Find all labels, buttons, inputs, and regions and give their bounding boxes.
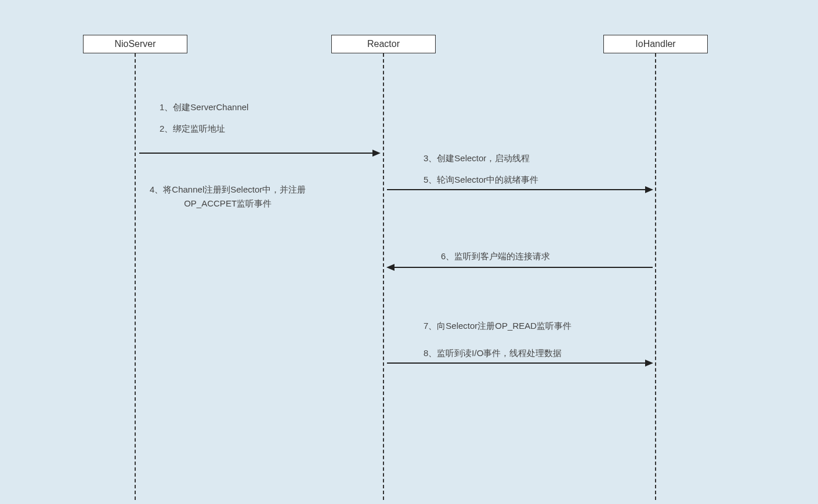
message-1-label: 1、创建ServerChannel bbox=[160, 100, 248, 114]
participant-nioserver: NioServer bbox=[83, 35, 187, 53]
message-2-label: 2、绑定监听地址 bbox=[160, 122, 225, 136]
arrow-1 bbox=[139, 153, 374, 154]
message-4-label: 4、将Channel注册到Selector中，并注册 OP_ACCPET监听事件 bbox=[150, 183, 306, 211]
message-6-label: 6、监听到客户端的连接请求 bbox=[441, 249, 550, 263]
arrow-4 bbox=[387, 362, 646, 364]
arrow-2-head bbox=[645, 186, 653, 193]
message-8-label: 8、监听到读I/O事件，线程处理数据 bbox=[424, 346, 562, 360]
participant-label: NioServer bbox=[114, 39, 155, 49]
participant-label: Reactor bbox=[367, 39, 400, 49]
participant-label: IoHandler bbox=[635, 39, 675, 49]
participant-reactor: Reactor bbox=[331, 35, 436, 53]
arrow-3 bbox=[394, 267, 653, 268]
message-7-label: 7、向Selector注册OP_READ监听事件 bbox=[424, 319, 571, 333]
lifeline-iohandler bbox=[655, 53, 656, 500]
arrow-4-head bbox=[645, 360, 653, 367]
arrow-1-head bbox=[372, 150, 381, 157]
sequence-diagram: NioServer Reactor IoHandler 1、创建ServerCh… bbox=[0, 0, 818, 504]
lifeline-reactor bbox=[383, 53, 384, 500]
message-5-label: 5、轮询Selector中的就绪事件 bbox=[424, 173, 538, 187]
arrow-2 bbox=[387, 189, 646, 190]
arrow-3-head bbox=[386, 264, 394, 271]
participant-iohandler: IoHandler bbox=[603, 35, 708, 53]
message-3-label: 3、创建Selector，启动线程 bbox=[424, 151, 530, 165]
lifeline-nioserver bbox=[135, 53, 136, 500]
